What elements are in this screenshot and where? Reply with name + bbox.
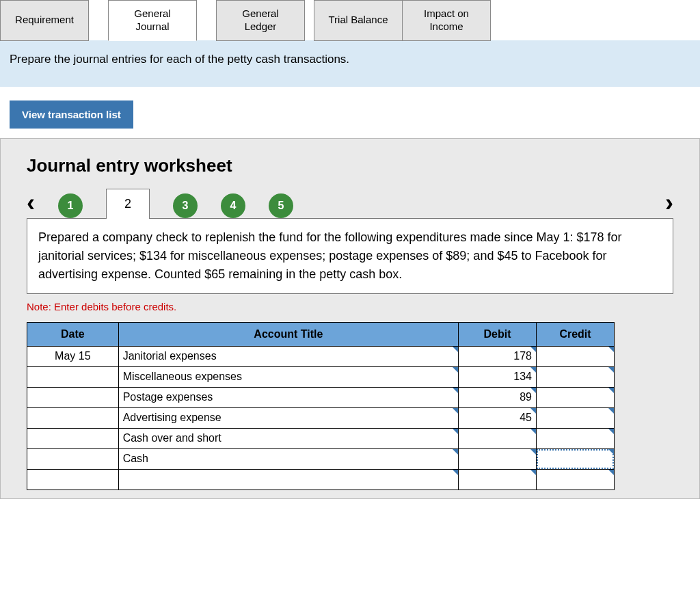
credit-cell[interactable] <box>537 429 614 448</box>
transaction-description: Prepared a company check to replenish th… <box>27 218 673 294</box>
credit-cell[interactable] <box>537 408 614 428</box>
step-3[interactable]: 3 <box>173 193 198 218</box>
debit-cell[interactable] <box>459 347 536 366</box>
account-cell[interactable] <box>119 367 458 387</box>
chevron-right-icon[interactable]: › <box>665 191 673 215</box>
table-row <box>27 387 615 407</box>
table-row <box>27 407 615 428</box>
account-cell[interactable] <box>119 408 458 428</box>
credit-cell[interactable] <box>537 347 614 366</box>
header-debit: Debit <box>459 322 537 346</box>
date-cell[interactable] <box>27 429 118 448</box>
view-transaction-list-button[interactable]: View transaction list <box>10 100 133 129</box>
step-navigator: ‹ 12345 › <box>27 189 673 218</box>
top-tabs: Requirement GeneralJournal GeneralLedger… <box>0 0 700 41</box>
debit-cell[interactable] <box>459 449 536 469</box>
credit-cell[interactable] <box>537 449 614 469</box>
worksheet-title: Journal entry worksheet <box>27 155 673 176</box>
tab-general-ledger[interactable]: GeneralLedger <box>216 0 305 41</box>
account-cell[interactable] <box>119 347 458 366</box>
table-row <box>27 448 615 469</box>
account-cell[interactable] <box>119 470 458 490</box>
debit-cell[interactable] <box>459 388 536 407</box>
date-cell[interactable] <box>27 347 118 366</box>
table-row <box>27 428 615 448</box>
credit-cell[interactable] <box>537 388 614 407</box>
header-account: Account Title <box>118 322 458 346</box>
tab-general-journal[interactable]: GeneralJournal <box>108 0 197 41</box>
debit-cell[interactable] <box>459 408 536 428</box>
debit-cell[interactable] <box>459 429 536 448</box>
debit-cell[interactable] <box>459 470 536 490</box>
header-date: Date <box>27 322 119 346</box>
date-cell[interactable] <box>27 388 118 407</box>
step-2[interactable]: 2 <box>106 189 150 219</box>
account-cell[interactable] <box>119 449 458 469</box>
tab-requirement[interactable]: Requirement <box>0 0 89 41</box>
date-cell[interactable] <box>27 367 118 387</box>
tab-impact-income[interactable]: Impact onIncome <box>402 0 491 41</box>
step-4[interactable]: 4 <box>221 193 245 218</box>
instruction-bar: Prepare the journal entries for each of … <box>0 40 700 87</box>
credit-cell[interactable] <box>537 367 614 387</box>
note-text: Note: Enter debits before credits. <box>27 301 673 312</box>
chevron-left-icon[interactable]: ‹ <box>27 191 35 215</box>
journal-entry-worksheet: Journal entry worksheet ‹ 12345 › Prepar… <box>0 138 700 499</box>
header-credit: Credit <box>537 322 615 346</box>
debit-cell[interactable] <box>459 367 536 387</box>
date-cell[interactable] <box>27 408 118 428</box>
step-1[interactable]: 1 <box>58 193 83 218</box>
date-cell[interactable] <box>27 470 118 490</box>
journal-entry-table: Date Account Title Debit Credit <box>27 322 615 490</box>
date-cell[interactable] <box>27 449 118 469</box>
account-cell[interactable] <box>119 429 458 448</box>
credit-cell[interactable] <box>537 470 614 490</box>
account-cell[interactable] <box>119 388 458 407</box>
tab-trial-balance[interactable]: Trial Balance <box>314 0 403 41</box>
table-row <box>27 366 615 387</box>
table-row <box>27 346 615 366</box>
step-5[interactable]: 5 <box>269 193 293 218</box>
table-row <box>27 469 615 490</box>
